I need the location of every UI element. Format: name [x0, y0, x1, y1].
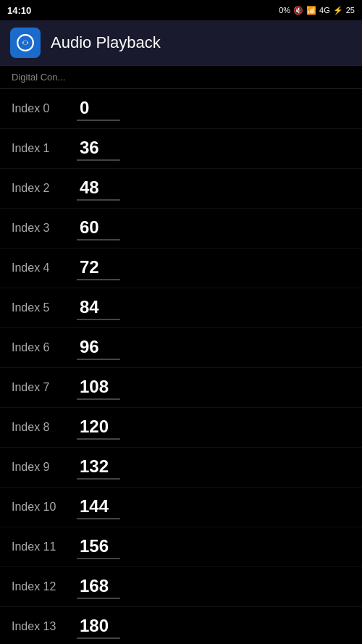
- index-label-2: Index 2: [12, 182, 77, 195]
- index-row-1: Index 136: [0, 129, 362, 169]
- index-row-10: Index 10144: [0, 488, 362, 527]
- index-row-6: Index 696: [0, 328, 362, 368]
- index-row-5: Index 584: [0, 288, 362, 328]
- index-label-1: Index 1: [12, 142, 77, 155]
- app-icon: [10, 28, 41, 58]
- index-value-12[interactable]: 168: [77, 574, 120, 599]
- index-label-4: Index 4: [12, 262, 77, 275]
- index-row-3: Index 360: [0, 209, 362, 248]
- index-value-8[interactable]: 120: [77, 415, 120, 440]
- index-label-8: Index 8: [12, 421, 77, 434]
- mute-icon: 🔇: [293, 6, 303, 15]
- network-icon: 4G: [319, 6, 330, 14]
- index-row-4: Index 472: [0, 248, 362, 288]
- index-label-6: Index 6: [12, 341, 77, 354]
- index-row-11: Index 11156: [0, 527, 362, 567]
- index-label-0: Index 0: [12, 102, 77, 115]
- index-row-2: Index 248: [0, 169, 362, 209]
- wifi-icon: 📶: [306, 6, 316, 15]
- index-label-12: Index 12: [12, 580, 77, 593]
- charge-icon: ⚡: [333, 6, 343, 15]
- status-icons: 0% 🔇 📶 4G ⚡ 25: [279, 6, 355, 15]
- battery-icon: 25: [346, 6, 355, 14]
- index-row-12: Index 12168: [0, 567, 362, 607]
- app-header: Audio Playback: [0, 20, 362, 66]
- index-value-9[interactable]: 132: [77, 455, 120, 480]
- index-value-5[interactable]: 84: [77, 296, 120, 320]
- index-label-3: Index 3: [12, 222, 77, 235]
- index-label-10: Index 10: [12, 501, 77, 514]
- index-row-9: Index 9132: [0, 448, 362, 488]
- index-row-7: Index 7108: [0, 368, 362, 408]
- svg-point-1: [23, 41, 27, 44]
- index-label-7: Index 7: [12, 381, 77, 394]
- index-list: Index 00Index 136Index 248Index 360Index…: [0, 89, 362, 644]
- index-label-11: Index 11: [12, 540, 77, 553]
- index-value-2[interactable]: 48: [77, 176, 120, 201]
- index-row-8: Index 8120: [0, 408, 362, 448]
- index-value-13[interactable]: 180: [77, 614, 120, 639]
- index-value-11[interactable]: 156: [77, 535, 120, 559]
- index-row-0: Index 00: [0, 89, 362, 129]
- index-label-13: Index 13: [12, 620, 77, 633]
- index-value-0[interactable]: 0: [77, 96, 120, 121]
- section-header: Digital Con...: [0, 66, 362, 89]
- index-value-1[interactable]: 36: [77, 136, 120, 161]
- index-value-6[interactable]: 96: [77, 335, 120, 360]
- index-label-9: Index 9: [12, 461, 77, 474]
- index-row-13: Index 13180: [0, 607, 362, 644]
- index-value-4[interactable]: 72: [77, 256, 120, 280]
- app-title: Audio Playback: [51, 33, 161, 52]
- index-value-10[interactable]: 144: [77, 495, 120, 519]
- index-value-7[interactable]: 108: [77, 375, 120, 400]
- section-label: Digital Con...: [12, 72, 65, 83]
- index-label-5: Index 5: [12, 301, 77, 314]
- status-time: 14:10: [7, 5, 31, 16]
- status-bar: 14:10 0% 🔇 📶 4G ⚡ 25: [0, 0, 362, 20]
- index-value-3[interactable]: 60: [77, 216, 120, 241]
- signal-icon: 0%: [279, 6, 290, 14]
